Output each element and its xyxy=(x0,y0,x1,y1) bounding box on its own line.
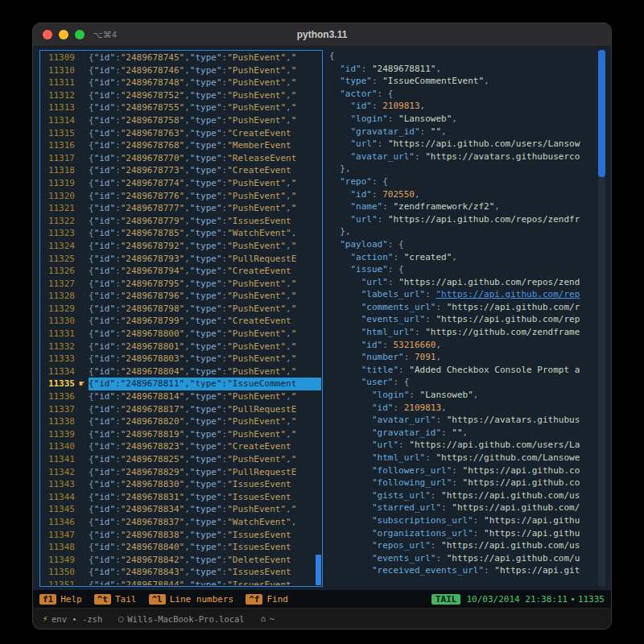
token: , xyxy=(184,153,190,163)
token: "IssuesEvent xyxy=(227,542,291,552)
log-line[interactable]: 11324{"id":"2489678792","type":"PushEven… xyxy=(41,240,321,253)
json-line: "repos_url": "https://api.github.com/us xyxy=(329,539,593,552)
log-line[interactable]: 11342{"id":"2489678829","type":"PullRequ… xyxy=(41,466,321,479)
log-line[interactable]: 11327{"id":"2489678795","type":"PushEven… xyxy=(41,278,321,291)
token: "id" xyxy=(94,228,116,238)
log-line-text: {"id":"2489678843","type":"IssuesEvent xyxy=(89,566,321,579)
log-line[interactable]: 11314{"id":"2489678758","type":"PushEven… xyxy=(41,114,321,127)
footer-key-help[interactable]: f1Help xyxy=(39,594,82,605)
footer-key-find[interactable]: ^fFind xyxy=(246,594,288,605)
log-line[interactable]: 11351{"id":"2489678844","type":"IssuesEv… xyxy=(41,579,321,585)
log-line[interactable]: 11317{"id":"2489678770","type":"ReleaseE… xyxy=(41,152,321,165)
token: "type" xyxy=(190,378,222,389)
json-line: "id": "2489678811", xyxy=(329,63,593,76)
token: , xyxy=(291,228,297,238)
token: "PushEvent" xyxy=(227,429,286,440)
json-line: "name": "zendframework/zf2", xyxy=(329,200,593,213)
token: "type" xyxy=(190,77,222,88)
log-line[interactable]: 11349{"id":"2489678842","type":"DeleteEv… xyxy=(41,554,321,567)
log-line[interactable]: 11316{"id":"2489678768","type":"MemberEv… xyxy=(41,139,321,152)
log-line[interactable]: 11318{"id":"2489678773","type":"CreateEv… xyxy=(41,164,321,177)
token: { xyxy=(89,580,94,585)
token: "id" xyxy=(372,402,394,413)
token: 2109813 xyxy=(398,402,441,413)
token: "PushEvent" xyxy=(227,416,286,427)
token: , xyxy=(184,467,190,477)
close-button[interactable] xyxy=(43,30,52,39)
token: : xyxy=(115,341,121,352)
log-pane[interactable]: 11309{"id":"2489678745","type":"PushEven… xyxy=(39,50,323,587)
token: { xyxy=(89,542,94,552)
log-line[interactable]: 11328{"id":"2489678796","type":"PushEven… xyxy=(41,290,321,303)
log-line[interactable]: 11315{"id":"2489678763","type":"CreateEv… xyxy=(41,127,321,140)
line-number: 11322 xyxy=(41,215,75,228)
token: : xyxy=(388,277,394,287)
log-line[interactable]: 11341{"id":"2489678825","type":"PushEven… xyxy=(41,453,321,466)
log-line[interactable]: 11312{"id":"2489678752","type":"PushEven… xyxy=(41,89,321,102)
token: " xyxy=(291,391,297,402)
log-line[interactable]: 11350{"id":"2489678843","type":"IssuesEv… xyxy=(41,566,321,579)
titlebar[interactable]: ⌥⌘4 python3.11 xyxy=(33,23,611,47)
log-line[interactable]: 11321{"id":"2489678777","type":"PushEven… xyxy=(41,202,321,215)
log-line[interactable]: 11347{"id":"2489678838","type":"IssuesEv… xyxy=(41,529,321,542)
tail-mode-badge[interactable]: TAIL xyxy=(431,594,461,605)
minimize-button[interactable] xyxy=(59,30,68,39)
log-line[interactable]: 11346{"id":"2489678837","type":"WatchEve… xyxy=(41,516,321,529)
pointer-slot xyxy=(75,303,89,316)
log-pane-scrollbar-thumb[interactable] xyxy=(316,555,321,585)
log-line[interactable]: 11333{"id":"2489678803","type":"PushEven… xyxy=(41,353,321,365)
token: "type" xyxy=(190,191,222,201)
log-line[interactable]: 11332{"id":"2489678801","type":"PushEven… xyxy=(41,341,321,353)
log-line[interactable]: 11319{"id":"2489678774","type":"PushEven… xyxy=(41,177,321,190)
log-line[interactable]: 11345{"id":"2489678834","type":"PushEven… xyxy=(41,503,321,516)
log-line[interactable]: 11330{"id":"2489678799","type":"CreateEv… xyxy=(41,315,321,328)
token: { xyxy=(404,377,410,387)
log-line[interactable]: 11331{"id":"2489678800","type":"PushEven… xyxy=(41,328,321,341)
pointer-slot xyxy=(75,516,89,529)
log-line[interactable]: 11326{"id":"2489678794","type":"CreateEv… xyxy=(41,265,321,278)
token: "comments_url" xyxy=(361,302,436,312)
token xyxy=(441,302,447,312)
zoom-button[interactable] xyxy=(75,30,85,39)
detail-pane-scrollbar-thumb[interactable] xyxy=(598,50,605,177)
log-line[interactable]: 11313{"id":"2489678755","type":"PushEven… xyxy=(41,101,321,114)
log-line[interactable]: 11335☛{"id":"2489678811","type":"IssueCo… xyxy=(41,378,321,390)
token: { xyxy=(89,328,94,339)
log-line[interactable]: 11311{"id":"2489678748","type":"PushEven… xyxy=(41,76,321,89)
log-line[interactable]: 11340{"id":"2489678823","type":"CreateEv… xyxy=(41,440,321,453)
log-line[interactable]: 11329{"id":"2489678798","type":"PushEven… xyxy=(41,303,321,316)
log-line[interactable]: 11336{"id":"2489678814","type":"PushEven… xyxy=(41,390,321,403)
log-line[interactable]: 11325{"id":"2489678793","type":"PullRequ… xyxy=(41,253,321,266)
json-line: "login": "Lansoweb", xyxy=(329,389,593,402)
log-line[interactable]: 11323{"id":"2489678785","type":"WatchEve… xyxy=(41,227,321,240)
footer-key-tail[interactable]: ^tTail xyxy=(94,594,137,605)
log-line[interactable]: 11310{"id":"2489678746","type":"PushEven… xyxy=(41,64,321,77)
token xyxy=(329,365,361,375)
token: , xyxy=(286,341,291,352)
log-line[interactable]: 11343{"id":"2489678830","type":"IssuesEv… xyxy=(41,478,321,491)
log-line[interactable]: 11339{"id":"2489678819","type":"PushEven… xyxy=(41,428,321,441)
token xyxy=(329,126,351,137)
token: "https://avatars.githubus xyxy=(447,415,580,425)
log-line[interactable]: 11322{"id":"2489678779","type":"IssuesEv… xyxy=(41,215,321,228)
pointer-slot xyxy=(75,415,89,428)
log-line[interactable]: 11348{"id":"2489678840","type":"IssuesEv… xyxy=(41,541,321,554)
json-url-link[interactable]: "https://api.github.com/rep xyxy=(436,289,580,299)
log-line[interactable]: 11337{"id":"2489678817","type":"PullRequ… xyxy=(41,403,321,416)
log-line[interactable]: 11344{"id":"2489678831","type":"IssuesEv… xyxy=(41,491,321,504)
token: , xyxy=(441,126,447,137)
token: "type" xyxy=(190,254,222,264)
log-line[interactable]: 11334{"id":"2489678804","type":"PushEven… xyxy=(41,365,321,378)
log-line[interactable]: 11338{"id":"2489678820","type":"PushEven… xyxy=(41,415,321,428)
token: "PullRequestE xyxy=(227,467,296,477)
footer-key-line-numbers[interactable]: ^lLine numbers xyxy=(149,594,234,605)
detail-pane-scrollbar[interactable] xyxy=(598,50,605,587)
token: , xyxy=(494,201,500,212)
token xyxy=(329,277,361,287)
log-line[interactable]: 11309{"id":"2489678745","type":"PushEven… xyxy=(41,52,321,64)
line-number: 11310 xyxy=(41,64,75,77)
log-line[interactable]: 11320{"id":"2489678776","type":"PushEven… xyxy=(41,190,321,203)
log-line-text: {"id":"2489678748","type":"PushEvent"," xyxy=(89,76,321,89)
token: { xyxy=(89,366,94,377)
token: "PushEvent" xyxy=(227,279,286,289)
